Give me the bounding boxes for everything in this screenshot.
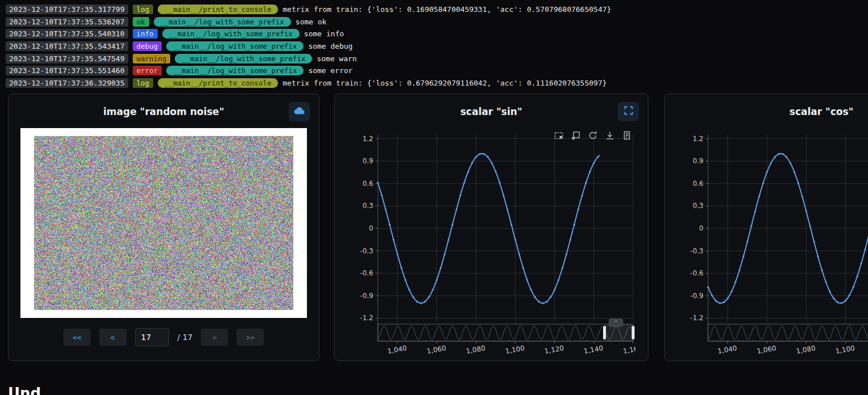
next-page-button[interactable]: > bbox=[201, 329, 228, 346]
log-module-pill[interactable]: __main__/log_with_some_prefix bbox=[166, 66, 304, 75]
svg-text:1,040: 1,040 bbox=[717, 344, 738, 355]
sin-chart-card: scalar "sin" 1.20.90.60.30-0.3-0.6-0.9-1… bbox=[334, 94, 648, 361]
log-level-badge: log bbox=[133, 78, 154, 88]
log-module-pill[interactable]: __main__/log_with_some_prefix bbox=[175, 54, 312, 63]
svg-text:1.2: 1.2 bbox=[363, 135, 373, 143]
svg-text:-0.3: -0.3 bbox=[360, 247, 373, 255]
expand-button[interactable] bbox=[618, 102, 639, 121]
cloud-download-button[interactable] bbox=[289, 102, 310, 121]
cos-chart[interactable]: 1.20.90.60.30-0.3-0.6-0.9-1.2‴1,0401,060… bbox=[675, 127, 868, 355]
log-message: some ok bbox=[296, 18, 327, 26]
chart-toolbar bbox=[554, 130, 632, 141]
svg-text:-0.9: -0.9 bbox=[360, 292, 373, 300]
log-row: 2023-12-10T17:37:35.551460 error __main_… bbox=[6, 65, 611, 77]
log-row: 2023-12-10T17:37:35.317799 log __main__/… bbox=[6, 3, 611, 16]
log-timestamp: 2023-12-10T17:37:36.329035 bbox=[6, 78, 128, 88]
svg-text:0: 0 bbox=[699, 224, 703, 232]
svg-text:0.6: 0.6 bbox=[363, 180, 373, 188]
log-message: some info bbox=[304, 29, 344, 38]
svg-text:1,080: 1,080 bbox=[795, 344, 816, 355]
log-level-badge: debug bbox=[133, 41, 162, 51]
log-timestamp: 2023-12-10T17:37:35.540310 bbox=[6, 29, 128, 39]
svg-text:-1.2: -1.2 bbox=[690, 314, 703, 322]
log-row: 2023-12-10T17:37:36.329035 log __main__/… bbox=[6, 77, 611, 90]
log-level-badge: error bbox=[133, 66, 162, 75]
download-icon[interactable] bbox=[605, 130, 615, 141]
svg-text:1,060: 1,060 bbox=[426, 344, 446, 355]
svg-text:0: 0 bbox=[369, 224, 373, 232]
log-module-pill[interactable]: __main__/log_with_some_prefix bbox=[154, 17, 291, 27]
cos-card-title: scalar "cos" bbox=[665, 106, 868, 117]
noise-canvas bbox=[34, 136, 293, 310]
image-frame bbox=[20, 128, 307, 318]
svg-text:1,080: 1,080 bbox=[465, 344, 486, 355]
log-module-pill[interactable]: __main__/log_with_some_prefix bbox=[162, 29, 300, 39]
sin-card-title: scalar "sin" bbox=[335, 106, 648, 117]
svg-text:0.9: 0.9 bbox=[693, 157, 703, 165]
section-heading: Und bbox=[8, 385, 41, 395]
log-module-pill[interactable]: __main__/log_with_some_prefix bbox=[166, 41, 304, 51]
log-row: 2023-12-10T17:37:35.540310 info __main__… bbox=[6, 28, 611, 40]
log-message: metrix from train: {'loss': 0.6796292079… bbox=[283, 79, 606, 87]
svg-text:0.9: 0.9 bbox=[363, 157, 373, 165]
svg-text:1,100: 1,100 bbox=[835, 344, 855, 355]
log-message: some warn bbox=[317, 54, 356, 63]
cos-chart-card: scalar "cos" 1.20.90.60.30-0.3-0.6-0.9-1… bbox=[664, 94, 868, 361]
log-level-badge: log bbox=[133, 5, 154, 14]
image-card: image "random noise" << < / 17 > >> bbox=[8, 94, 319, 361]
page-number-input[interactable] bbox=[135, 328, 169, 346]
svg-text:-1.2: -1.2 bbox=[360, 314, 373, 322]
cos-chart-area: 1.20.90.60.30-0.3-0.6-0.9-1.2‴1,0401,060… bbox=[675, 127, 868, 355]
log-message: some error bbox=[308, 66, 352, 75]
log-module-pill[interactable]: __main__/print_to_console bbox=[158, 78, 278, 88]
prev-page-button[interactable]: < bbox=[99, 329, 127, 346]
sin-chart-area: 1.20.90.60.30-0.3-0.6-0.9-1.2‴1,0401,060… bbox=[345, 127, 635, 355]
log-timestamp: 2023-12-10T17:37:35.536207 bbox=[6, 17, 128, 27]
svg-text:0.6: 0.6 bbox=[693, 180, 703, 188]
svg-text:1,140: 1,140 bbox=[583, 344, 604, 355]
log-message: some debug bbox=[308, 42, 352, 50]
image-card-title: image "random noise" bbox=[9, 106, 319, 117]
log-console: 2023-12-10T17:37:35.317799 log __main__/… bbox=[6, 3, 611, 89]
cloud-icon bbox=[293, 105, 306, 118]
fullscreen-icon bbox=[623, 105, 634, 118]
log-level-badge: info bbox=[133, 29, 158, 39]
svg-text:0.3: 0.3 bbox=[363, 202, 373, 210]
log-row: 2023-12-10T17:37:35.543417 debug __main_… bbox=[6, 40, 611, 53]
log-message: metrix from train: {'loss': 0.1690584700… bbox=[283, 5, 611, 14]
svg-text:-0.3: -0.3 bbox=[690, 247, 703, 255]
svg-text:1,120: 1,120 bbox=[544, 344, 564, 355]
svg-text:1,060: 1,060 bbox=[756, 344, 777, 355]
svg-text:-0.6: -0.6 bbox=[690, 269, 703, 277]
log-timestamp: 2023-12-10T17:37:35.317799 bbox=[6, 5, 128, 14]
log-scale-icon[interactable] bbox=[622, 130, 632, 141]
log-timestamp: 2023-12-10T17:37:35.547549 bbox=[6, 54, 128, 63]
last-page-button[interactable]: >> bbox=[237, 329, 264, 346]
refresh-icon[interactable] bbox=[588, 130, 598, 141]
page-total-label: / 17 bbox=[178, 333, 193, 342]
log-row: 2023-12-10T17:37:35.547549 warning __mai… bbox=[6, 52, 611, 65]
log-row: 2023-12-10T17:37:35.536207 ok __main__/l… bbox=[6, 16, 611, 28]
svg-text:1,160: 1,160 bbox=[622, 344, 635, 355]
box-select-icon[interactable] bbox=[554, 130, 564, 141]
svg-text:-0.9: -0.9 bbox=[690, 292, 703, 300]
log-module-pill[interactable]: __main__/print_to_console bbox=[158, 5, 278, 14]
log-level-badge: warning bbox=[133, 54, 171, 63]
sin-chart[interactable]: 1.20.90.60.30-0.3-0.6-0.9-1.2‴1,0401,060… bbox=[345, 127, 635, 355]
log-timestamp: 2023-12-10T17:37:35.543417 bbox=[6, 41, 128, 51]
svg-text:‴: ‴ bbox=[614, 320, 617, 326]
log-level-badge: ok bbox=[133, 17, 149, 27]
image-pagination: << < / 17 > >> bbox=[9, 328, 319, 346]
svg-text:1.2: 1.2 bbox=[693, 135, 703, 143]
svg-text:1,040: 1,040 bbox=[387, 344, 407, 355]
svg-text:-0.6: -0.6 bbox=[360, 269, 373, 277]
reset-zoom-icon[interactable] bbox=[571, 130, 581, 141]
svg-text:0.3: 0.3 bbox=[693, 202, 703, 210]
first-page-button[interactable]: << bbox=[64, 329, 91, 346]
log-timestamp: 2023-12-10T17:37:35.551460 bbox=[6, 66, 128, 75]
svg-text:1,100: 1,100 bbox=[504, 344, 525, 355]
